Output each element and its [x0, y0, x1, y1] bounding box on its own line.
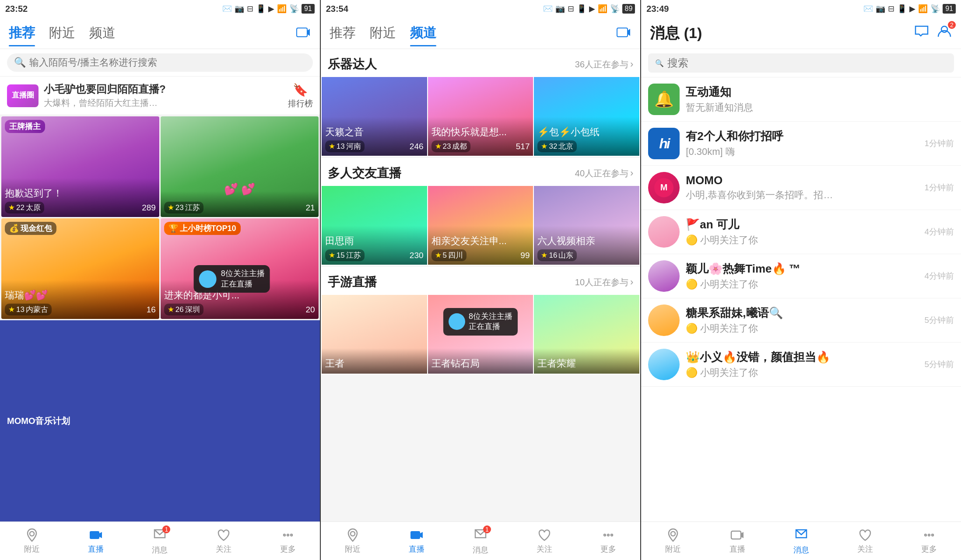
section-instruments-title: 乐器达人	[328, 56, 377, 73]
popup-bubble-1[interactable]: 8位关注主播 正在直播	[194, 265, 270, 293]
popup-avatar-1	[199, 270, 217, 288]
channel-scroll[interactable]: 乐器达人 36人正在参与 › 天籁之音 ★ 13 河南	[321, 49, 641, 522]
nav-message-2[interactable]: 1 消息	[449, 527, 512, 555]
status-time-1: 23:52	[5, 4, 28, 14]
nav-nearby-2[interactable]: 附近	[321, 528, 385, 554]
tab-nearby-1[interactable]: 附近	[49, 21, 75, 46]
stream-badge-2: ★ 23 江苏	[164, 202, 203, 214]
chat-icon-btn[interactable]	[914, 24, 929, 43]
stream-tag-4: 🏆上小时榜TOP10	[164, 222, 241, 235]
msg-content-3: 🚩an 可儿 🟡 小明关注了你	[686, 217, 918, 247]
nav-more-label-2: 更多	[600, 544, 616, 554]
tab-channel-1[interactable]: 频道	[89, 21, 116, 46]
nav-nearby-1[interactable]: 附近	[0, 528, 64, 554]
istream-label-1: 天籁之音 ★ 13 河南 246	[322, 117, 427, 156]
msg-item-0[interactable]: 🔔 互动通知 暂无新通知消息	[641, 77, 961, 122]
game-stream-1[interactable]: 王者	[322, 295, 427, 374]
nav-follow-2[interactable]: 关注	[512, 528, 576, 554]
banner-1[interactable]: 直播圈 小毛驴也要回归陌陌直播? 大爆料，曾经陌陌大红主播我有一... 🔖 排行…	[0, 77, 320, 115]
nav-live-1[interactable]: 直播	[64, 528, 128, 554]
search-bar-1: 🔍	[0, 49, 320, 77]
instrument-stream-1[interactable]: 天籁之音 ★ 13 河南 246	[322, 77, 427, 156]
msg-time-2: 1分钟前	[924, 182, 954, 193]
search-input-1[interactable]	[29, 57, 306, 68]
instrument-stream-2[interactable]: 我的快乐就是想... ★ 23 成都 517	[428, 77, 533, 156]
nav-more-label-1: 更多	[280, 544, 296, 554]
msg-item-5[interactable]: 糖果系甜妹,曦语🔍 🟡 小明关注了你 5分钟前	[641, 298, 961, 343]
nav-more-1[interactable]: 更多	[256, 528, 320, 554]
banner-action-1[interactable]: 🔖 排行榜	[288, 82, 313, 109]
msg-preview-3: 🟡 小明关注了你	[686, 234, 835, 247]
msg-item-4[interactable]: 颖儿🌸热舞Time🔥 ™ 🟡 小明关注了你 4分钟前	[641, 254, 961, 298]
msg-content-6: 👑小义🔥没错，颜值担当🔥 🟡 小明关注了你	[686, 350, 918, 379]
search-wrap-1[interactable]: 🔍	[7, 53, 313, 72]
social-stream-1[interactable]: 田思雨 ★ 15 江苏 230	[322, 186, 427, 265]
svg-point-24	[932, 534, 933, 536]
msg-item-3[interactable]: 🚩an 可儿 🟡 小明关注了你 4分钟前	[641, 210, 961, 254]
status-bar-3: 23:49 ✉️ 📷 ⊟ 📱 ▶ 📶 📡 91	[641, 0, 961, 18]
msg-item-6[interactable]: 👑小义🔥没错，颜值担当🔥 🟡 小明关注了你 5分钟前	[641, 343, 961, 387]
stream-item-1[interactable]: 王牌播主 抱歉迟到了！ ★ 22 太原 289	[1, 116, 159, 217]
nav-message-1[interactable]: 1 消息	[128, 527, 192, 555]
nav-nearby-label-3: 附近	[665, 544, 681, 554]
live-camera-icon-1[interactable]	[295, 24, 311, 42]
msg-item-2[interactable]: M MOMO 小明,恭喜你收到第一条招呼。招呼是来... 1分钟前	[641, 166, 961, 210]
tab-recommended[interactable]: 推荐	[9, 21, 35, 46]
popup-bubble-2[interactable]: 8位关注主播正在直播	[443, 308, 518, 336]
panel-messages: 23:49 ✉️ 📷 ⊟ 📱 ▶ 📶 📡 91 消息 (1)	[640, 0, 961, 560]
popup-avatar-2	[449, 313, 465, 330]
section-games: 手游直播 10人正在参与 › 王者 王者钻石局	[321, 267, 641, 374]
section-games-meta: 10人正在参与 ›	[575, 276, 634, 288]
game-stream-3[interactable]: 王者荣耀	[534, 295, 639, 374]
msg-content-2: MOMO 小明,恭喜你收到第一条招呼。招呼是来...	[686, 174, 918, 202]
social-stream-2[interactable]: 相亲交友关注申... ★ 5 四川 99	[428, 186, 533, 265]
bottom-nav-1: 附近 直播 1 消息 关注 更多	[0, 522, 320, 560]
svg-point-23	[928, 534, 930, 536]
msg-content-0: 互动通知 暂无新通知消息	[686, 84, 954, 114]
nav-message-3[interactable]: 消息	[769, 527, 833, 555]
search-input-3[interactable]	[667, 57, 947, 69]
svg-point-7	[291, 534, 292, 536]
instrument-stream-3[interactable]: ⚡包⚡小包纸 ★ 32 北京	[534, 77, 639, 156]
nav-live-2[interactable]: 直播	[385, 528, 449, 554]
stream-item-2[interactable]: ★ 23 江苏 21 💕 💕	[161, 116, 319, 217]
nav-more-label-3: 更多	[921, 544, 937, 554]
nav-more-2[interactable]: 更多	[576, 528, 640, 554]
status-bar-1: 23:52 ✉️ 📷 ⊟ 📱 ▶ 📶 📡 91	[0, 0, 320, 18]
music-banner[interactable]: MOMO音乐计划	[0, 320, 320, 522]
game-stream-2[interactable]: 王者钻石局 8位关注主播正在直播	[428, 295, 533, 374]
section-instruments: 乐器达人 36人正在参与 › 天籁之音 ★ 13 河南	[321, 49, 641, 157]
msg-time-4: 4分钟前	[924, 270, 954, 282]
stream-item-4[interactable]: 🏆上小时榜TOP10 进来的都是小可... ★ 26 深圳 20 8位关注主播 …	[161, 218, 319, 319]
tab-channel-2[interactable]: 频道	[410, 21, 436, 46]
stream-item-3[interactable]: 💰现金红包 瑞瑞💕💕 ★ 13 内蒙古 16	[1, 218, 159, 319]
msg-avatar-5	[648, 304, 680, 336]
svg-marker-12	[420, 532, 423, 538]
svg-point-14	[607, 534, 609, 536]
nav-follow-label-3: 关注	[857, 544, 873, 554]
social-stream-3[interactable]: 六人视频相亲 ★ 16 山东	[534, 186, 639, 265]
nav-follow-1[interactable]: 关注	[192, 528, 256, 554]
tab-nearby-2[interactable]: 附近	[370, 21, 396, 46]
istream-label-2: 我的快乐就是想... ★ 23 成都 517	[428, 117, 533, 156]
msg-preview-6: 🟡 小明关注了你	[686, 366, 835, 379]
profile-icon-btn[interactable]: 2	[936, 24, 952, 43]
nav-follow-3[interactable]: 关注	[833, 528, 897, 554]
stream-badge-3: ★ 13 内蒙古	[5, 304, 52, 315]
nav-nearby-3[interactable]: 附近	[641, 528, 705, 554]
nav-live-3[interactable]: 直播	[705, 528, 769, 554]
tab-recommended-2[interactable]: 推荐	[330, 21, 356, 46]
panel-recommended: 23:52 ✉️ 📷 ⊟ 📱 ▶ 📶 📡 91 推荐 附近 频道	[0, 0, 320, 560]
msg-avatar-4	[648, 260, 680, 292]
live-camera-icon-2[interactable]	[616, 24, 631, 42]
msg-time-1: 1分钟前	[924, 138, 954, 149]
stream-tag-1: 王牌播主	[5, 120, 45, 133]
msg-item-1[interactable]: hi 有2个人和你打招呼 [0.30km] 嗨 1分钟前	[641, 122, 961, 166]
nav-more-3[interactable]: 更多	[897, 528, 961, 554]
msg-preview-5: 🟡 小明关注了你	[686, 322, 835, 335]
svg-point-5	[284, 534, 285, 536]
sstream-label-3: 六人视频相亲 ★ 16 山东	[534, 226, 639, 265]
nav-live-label-3: 直播	[730, 544, 745, 554]
svg-rect-3	[90, 531, 99, 539]
banner-subtitle-1: 大爆料，曾经陌陌大红主播我有一...	[44, 97, 158, 109]
